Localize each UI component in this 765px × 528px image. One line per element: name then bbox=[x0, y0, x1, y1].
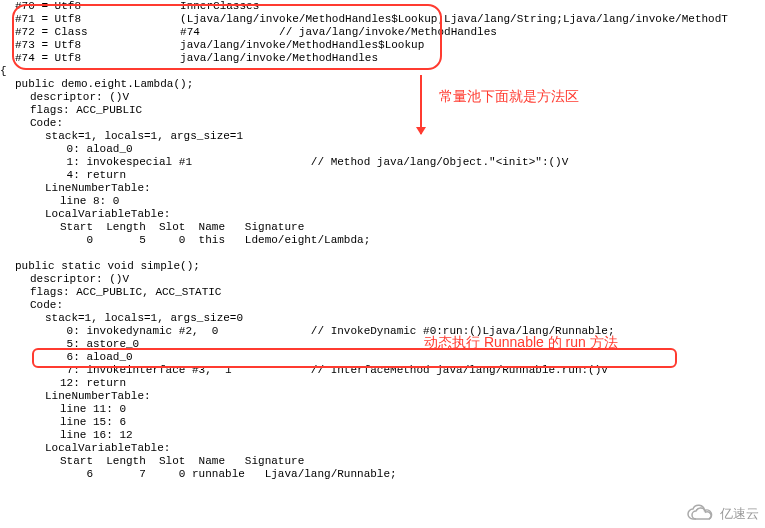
lvt-label: LocalVariableTable: bbox=[0, 442, 765, 455]
lnt-row: line 16: 12 bbox=[0, 429, 765, 442]
bytecode-instr: 6: aload_0 bbox=[0, 351, 765, 364]
lnt-label: LineNumberTable: bbox=[0, 390, 765, 403]
code-label: Code: bbox=[0, 299, 765, 312]
bytecode-instr: 0: invokedynamic #2, 0 // InvokeDynamic … bbox=[0, 325, 765, 338]
const-pool-entry: #72 = Class #74 // java/lang/invoke/Meth… bbox=[0, 26, 765, 39]
bytecode-instr: 1: invokespecial #1 // Method java/lang/… bbox=[0, 156, 765, 169]
method-flags: flags: ACC_PUBLIC bbox=[0, 104, 765, 117]
lnt-row: line 11: 0 bbox=[0, 403, 765, 416]
stack-info: stack=1, locals=1, args_size=0 bbox=[0, 312, 765, 325]
brace-open: { bbox=[0, 65, 765, 78]
method-descriptor: descriptor: ()V bbox=[0, 273, 765, 286]
lvt-row: 6 7 0 runnable Ljava/lang/Runnable; bbox=[0, 468, 765, 481]
cloud-icon bbox=[686, 504, 716, 522]
lnt-label: LineNumberTable: bbox=[0, 182, 765, 195]
lnt-row: line 15: 6 bbox=[0, 416, 765, 429]
method-signature: public demo.eight.Lambda(); bbox=[0, 78, 765, 91]
method-flags: flags: ACC_PUBLIC, ACC_STATIC bbox=[0, 286, 765, 299]
lvt-label: LocalVariableTable: bbox=[0, 208, 765, 221]
stack-info: stack=1, locals=1, args_size=1 bbox=[0, 130, 765, 143]
lvt-header: Start Length Slot Name Signature bbox=[0, 221, 765, 234]
bytecode-instr: 7: invokeinterface #3, 1 // InterfaceMet… bbox=[0, 364, 765, 377]
blank-line bbox=[0, 247, 765, 260]
method-signature: public static void simple(); bbox=[0, 260, 765, 273]
lvt-header: Start Length Slot Name Signature bbox=[0, 455, 765, 468]
arrow-icon bbox=[420, 75, 422, 134]
bytecode-instr: 12: return bbox=[0, 377, 765, 390]
const-pool-entry: #74 = Utf8 java/lang/invoke/MethodHandle… bbox=[0, 52, 765, 65]
bytecode-instr: 5: astore_0 bbox=[0, 338, 765, 351]
method-descriptor: descriptor: ()V bbox=[0, 91, 765, 104]
lnt-row: line 8: 0 bbox=[0, 195, 765, 208]
annotation-invokedynamic: 动态执行 Runnable 的 run 方法 bbox=[424, 336, 618, 349]
code-label: Code: bbox=[0, 117, 765, 130]
const-pool-entry: #73 = Utf8 java/lang/invoke/MethodHandle… bbox=[0, 39, 765, 52]
watermark: 亿速云 bbox=[686, 504, 759, 522]
const-pool-entry: #70 = Utf8 InnerClasses bbox=[0, 0, 765, 13]
bytecode-instr: 4: return bbox=[0, 169, 765, 182]
annotation-method-area: 常量池下面就是方法区 bbox=[439, 90, 579, 103]
lvt-row: 0 5 0 this Ldemo/eight/Lambda; bbox=[0, 234, 765, 247]
watermark-text: 亿速云 bbox=[720, 507, 759, 520]
const-pool-entry: #71 = Utf8 (Ljava/lang/invoke/MethodHand… bbox=[0, 13, 765, 26]
bytecode-instr: 0: aload_0 bbox=[0, 143, 765, 156]
